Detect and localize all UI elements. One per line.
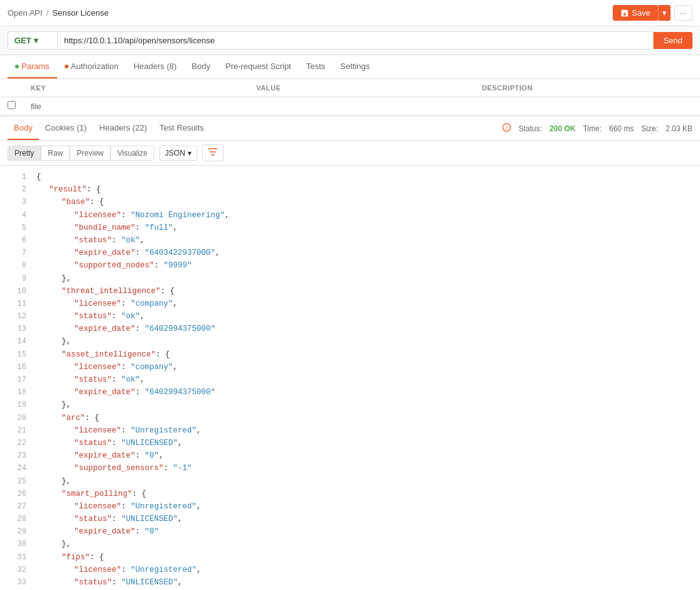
tab-tests[interactable]: Tests [299,55,333,78]
url-input[interactable] [58,31,654,50]
breadcrumb-current: Sensor License [52,8,109,18]
tab-authorization[interactable]: Authorization [57,55,126,78]
tab-prerequest[interactable]: Pre-request Script [218,55,299,78]
url-bar: GET ▾ Send [0,26,700,55]
request-tabs: ParamsAuthorizationHeaders (8)BodyPre-re… [0,55,700,79]
json-line: 7"expire_date": "6403422937000", [0,247,700,259]
json-line: 1{ [0,171,700,183]
json-line: 28"status": "UNLICENSED", [0,513,700,525]
params-table: KEY VALUE DESCRIPTION [0,79,700,115]
row-checkbox[interactable] [8,101,16,109]
table-row [0,97,700,115]
tab-settings[interactable]: Settings [333,55,377,78]
warning-icon: ! [502,123,511,132]
json-line: 32"licensee": "Unregistered", [0,564,700,576]
tab-body[interactable]: Body [184,55,218,78]
time-label: Time: [583,124,602,133]
method-select[interactable]: GET ▾ [8,31,58,50]
view-pretty-button[interactable]: Pretty [8,146,41,161]
size-value: 2.03 KB [665,124,692,133]
time-value: 660 ms [609,124,633,133]
breadcrumb-parent[interactable]: Open API [8,8,43,18]
body-toolbar: Pretty Raw Preview Visualize JSON ▾ [0,141,700,166]
tab-params[interactable]: Params [8,55,57,78]
view-raw-button[interactable]: Raw [41,146,70,161]
response-section-header: BodyCookies (1)Headers (22)Test Results … [0,117,700,141]
save-button[interactable]: Save [613,5,658,21]
breadcrumb: Open API / Sensor License [8,8,109,18]
value-col-header: VALUE [249,79,474,97]
tab-headers[interactable]: Headers (8) [126,55,185,78]
json-line: 13"expire_date": "6402994375000" [0,323,700,335]
view-visualize-button[interactable]: Visualize [110,146,154,161]
json-line: 29"expire_date": "0" [0,525,700,538]
json-line: 19}, [0,399,700,411]
save-dropdown-button[interactable]: ▾ [658,5,670,21]
filter-button[interactable] [202,144,223,161]
json-line: 11"licensee": "company", [0,298,700,310]
description-input[interactable] [482,102,692,111]
json-line: 5"bundle_name": "full", [0,222,700,234]
json-line: 14}, [0,335,700,348]
key-input[interactable] [31,102,241,111]
json-line: 6"status": "ok", [0,234,700,247]
json-line: 27"licensee": "Unregistered", [0,500,700,513]
format-select[interactable]: JSON ▾ [159,146,197,161]
response-status: ! Status: 200 OK Time: 660 ms Size: 2.03… [502,123,692,134]
json-line: 18"expire_date": "6402994375000" [0,386,700,399]
json-line: 23"expire_date": "0", [0,449,700,462]
checkbox-col-header [0,79,23,97]
filter-icon [208,148,218,156]
json-line: 31"fips": { [0,551,700,564]
view-preview-button[interactable]: Preview [70,146,110,161]
description-col-header: DESCRIPTION [475,79,700,97]
response-tab-headers[interactable]: Headers (22) [93,117,153,140]
response-tab-cookies[interactable]: Cookies (1) [39,117,93,140]
json-line: 3"base": { [0,196,700,208]
json-line: 4"licensee": "Nozomi Engineering", [0,209,700,222]
save-icon [620,9,629,18]
json-line: 21"licensee": "Unregistered", [0,424,700,437]
json-line: 2"result": { [0,183,700,196]
top-bar: Open API / Sensor License Save ▾ ··· [0,0,700,26]
authorization-dot [65,65,68,68]
status-label: Status: [519,124,542,133]
json-line: 25}, [0,475,700,488]
params-dot [15,65,19,68]
save-group: Save ▾ [613,5,670,21]
breadcrumb-separator: / [46,8,49,18]
more-options-button[interactable]: ··· [674,5,692,21]
key-col-header: KEY [23,79,249,97]
size-label: Size: [642,124,659,133]
json-line: 12"status": "ok", [0,310,700,323]
json-line: 30}, [0,538,700,550]
status-value: 200 OK [549,124,575,133]
json-line: 20"arc": { [0,412,700,424]
send-button[interactable]: Send [654,32,692,49]
params-section: KEY VALUE DESCRIPTION [0,79,700,115]
json-line: 33"status": "UNLICENSED", [0,576,700,589]
json-line: 24"supported_sensors": "-1" [0,462,700,475]
value-input[interactable] [256,102,466,111]
json-viewer: 1{2"result": {3"base": {4"licensee": "No… [0,166,700,590]
json-line: 17"status": "ok", [0,373,700,386]
response-tab-body[interactable]: Body [8,117,39,140]
json-line: 16"licensee": "company", [0,361,700,373]
svg-text:!: ! [506,125,507,131]
top-bar-actions: Save ▾ ··· [613,5,692,21]
json-line: 22"status": "UNLICENSED", [0,437,700,449]
json-line: 8"supported_nodes": "9999" [0,259,700,272]
json-line: 26"smart_polling": { [0,488,700,500]
json-line: 10"threat_intelligence": { [0,285,700,298]
json-line: 15"asset_intelligence": { [0,348,700,361]
response-tab-test_results[interactable]: Test Results [153,117,210,140]
response-tabs: BodyCookies (1)Headers (22)Test Results [8,117,210,140]
json-line: 9}, [0,272,700,285]
